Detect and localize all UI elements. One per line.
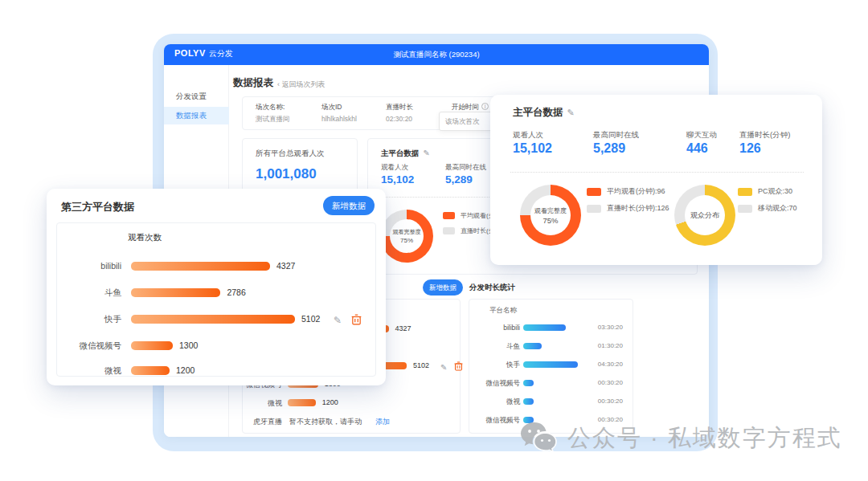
- watermark: 公众号 · 私域数字方程式: [519, 421, 842, 456]
- bar-row-wechat-channels: 微信视频号 1300: [57, 338, 375, 353]
- bar-row-bilibili: bilibili 4327: [57, 259, 375, 273]
- add-data-button[interactable]: 新增数据: [423, 279, 463, 296]
- info-icon[interactable]: i: [481, 103, 489, 110]
- bar: [131, 341, 173, 350]
- edit-icon[interactable]: ✎: [567, 108, 575, 117]
- completeness-donut-chart: 观看完整度 75%: [380, 210, 433, 263]
- audience-donut-chart: 观众分布: [674, 185, 735, 246]
- page-title: 数据报表: [233, 76, 273, 90]
- audience-legend: PC观众:30 移动观众:70: [738, 186, 797, 220]
- delete-icon[interactable]: [351, 314, 362, 325]
- wechat-icon: [519, 421, 559, 456]
- room-title: 测试直播间名称 (290234): [164, 50, 709, 60]
- bar-row-weishi: 微视 1200: [57, 363, 375, 377]
- main-platform-title: 主平台数据: [381, 149, 420, 157]
- add-data-button[interactable]: 新增数据: [323, 196, 375, 215]
- sidebar-item-distribution-settings[interactable]: 分发设置: [164, 88, 229, 105]
- bar-row-kuaishou: 快手 5102 ✎: [57, 312, 375, 326]
- edit-icon[interactable]: ✎: [424, 149, 430, 157]
- delete-icon[interactable]: [454, 361, 463, 371]
- bar-row-douyu: 斗鱼 2786: [57, 285, 375, 300]
- total-views-value: 1,001,080: [256, 166, 317, 182]
- back-to-session-list-link[interactable]: ‹ 返回场次列表: [277, 79, 326, 90]
- watermark-text: 公众号 · 私域数字方程式: [567, 422, 842, 455]
- total-views-title: 所有平台总观看人次: [256, 149, 325, 159]
- third-party-title: 第三方平台数据: [61, 200, 134, 214]
- bar: [523, 380, 534, 386]
- duration-stats-card: 平台名称 bilibili 03:30:20 斗鱼 01:30:20 快手 04…: [469, 299, 633, 434]
- duration-row: 微信视频号 00:30:20: [469, 377, 633, 389]
- bar: [523, 343, 542, 349]
- main-platform-title: 主平台数据: [513, 107, 563, 118]
- add-manually-link[interactable]: 添加: [375, 417, 390, 427]
- completeness-donut-chart: 观看完整度 75%: [520, 185, 581, 246]
- duration-row: 快手 04:30:20: [469, 358, 633, 371]
- main-platform-overlay-card: 主平台数据✎ 观看人次15,102 最高同时在线5,289 聊天互动446 直播…: [490, 95, 822, 265]
- start-time-tooltip: 该场次首次: [439, 112, 495, 131]
- duration-row: bilibili 03:30:20: [469, 321, 633, 334]
- bar: [523, 398, 534, 405]
- sidebar-item-data-report[interactable]: 数据报表: [164, 107, 229, 124]
- bar: [131, 315, 295, 324]
- third-party-overlay-card: 第三方平台数据 新增数据 观看次数 bilibili 4327 斗鱼 2786 …: [47, 189, 386, 385]
- bar: [131, 262, 270, 271]
- completeness-legend: 平均观看(分钟):96 直播时长(分钟):126: [587, 186, 669, 220]
- divider: [510, 172, 804, 173]
- views-chart-box: 观看次数 bilibili 4327 斗鱼 2786 快手 5102 ✎ 微信视: [56, 222, 376, 377]
- bar: [131, 366, 170, 375]
- edit-icon[interactable]: ✎: [334, 315, 342, 326]
- bar: [523, 361, 578, 368]
- bar: [288, 399, 316, 406]
- duration-stats-title: 分发时长统计: [469, 283, 515, 293]
- duration-row: 斗鱼 01:30:20: [469, 340, 633, 353]
- page: POLYV云分发 测试直播间名称 (290234) 分发设置 数据报表 数据报表…: [0, 0, 868, 481]
- bar-row-weishi: 微视 1200: [243, 396, 460, 409]
- duration-row: 微视 00:30:20: [469, 395, 633, 408]
- edit-icon[interactable]: ✎: [440, 363, 447, 372]
- titlebar: POLYV云分发 测试直播间名称 (290234): [164, 44, 709, 65]
- bar: [523, 324, 566, 331]
- bar: [131, 288, 220, 297]
- manual-row-huya: 虎牙直播 暂不支持获取，请手动 添加: [243, 414, 460, 427]
- back-chevron-icon: ‹: [277, 80, 280, 88]
